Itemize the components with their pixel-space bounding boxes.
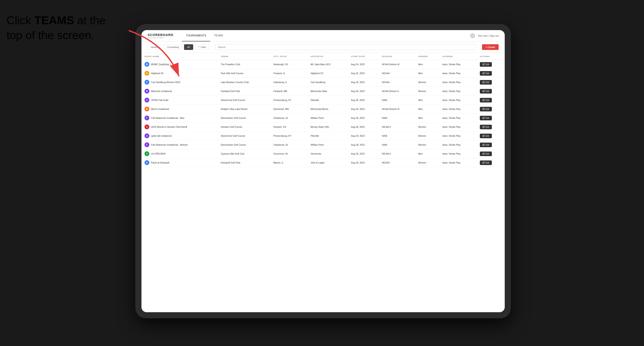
start-date-cell: Aug 28, 2023 bbox=[348, 105, 379, 114]
event-name-cell: M Maverick Invitational bbox=[142, 87, 218, 96]
logo-area: SCOREBOARD Powered by clippit bbox=[148, 33, 173, 39]
table-row: U UPIKE Fall Invite StoneCrest Golf Cour… bbox=[142, 96, 505, 105]
event-name-cell: M MSMC Qualifying 1 bbox=[142, 60, 218, 69]
edit-button[interactable]: Edit bbox=[480, 62, 492, 67]
edit-icon bbox=[482, 63, 485, 65]
scoring-cell: team, Stroke Play bbox=[440, 149, 477, 158]
edit-button[interactable]: Edit bbox=[480, 143, 492, 147]
search-input[interactable] bbox=[215, 44, 476, 50]
city-state-cell: Prestonsburg, KY bbox=[270, 132, 308, 140]
team-icon: 2 bbox=[144, 125, 149, 129]
edit-icon bbox=[482, 117, 485, 119]
gear-icon[interactable] bbox=[470, 33, 475, 38]
event-name-cell: F Fall Statesmen Invitational - Women bbox=[142, 140, 218, 149]
edit-button[interactable]: Edit bbox=[480, 107, 492, 111]
instruction-line2: top of the screen. bbox=[6, 29, 94, 41]
hosted-by-cell: Highland CC bbox=[308, 69, 348, 78]
edit-icon bbox=[482, 90, 485, 92]
venue-cell: The Powelton Club bbox=[218, 60, 270, 69]
actions-cell: Edit bbox=[477, 87, 505, 96]
col-city-state: CITY, STATE bbox=[270, 53, 308, 60]
scoring-cell: team, Stroke Play bbox=[440, 132, 477, 140]
nav-link-teams[interactable]: TEAMS bbox=[210, 30, 227, 41]
start-date-cell: Aug 28, 2023 bbox=[348, 114, 379, 123]
team-icon: V bbox=[144, 151, 149, 156]
start-date-cell: Aug 28, 2023 bbox=[348, 123, 379, 132]
edit-button[interactable]: Edit bbox=[480, 161, 492, 165]
team-icon: H bbox=[144, 71, 149, 76]
edit-button[interactable]: Edit bbox=[480, 80, 492, 85]
team-icon: K bbox=[144, 160, 149, 165]
gender-cell: Women bbox=[415, 78, 440, 87]
edit-button[interactable]: Edit bbox=[480, 98, 492, 102]
gender-cell: Men bbox=[415, 69, 440, 78]
event-name: upike fall invitational bbox=[151, 135, 172, 137]
edit-button[interactable]: Edit bbox=[480, 134, 492, 138]
scoring-cell: team, Stroke Play bbox=[440, 123, 477, 132]
event-name-cell: H Highland 36 bbox=[142, 69, 218, 78]
instruction-line1: Click TEAMS at the bbox=[6, 14, 106, 27]
team-icon: M bbox=[144, 89, 149, 94]
scoring-cell: team, Stroke Play bbox=[440, 60, 477, 69]
division-cell: NICAA I bbox=[379, 69, 416, 78]
gender-cell: Men bbox=[415, 96, 440, 105]
nav-link-tournaments[interactable]: TOURNAMENTS bbox=[182, 30, 210, 41]
table-row: H Highland 36 Park Hills Golf Course Fre… bbox=[142, 69, 505, 78]
hosted-by-cell: Pikeville bbox=[308, 132, 348, 140]
gender-cell: Men bbox=[415, 149, 440, 158]
venue-cell: Hesston Golf Course bbox=[218, 123, 270, 132]
event-name-cell: U upike fall invitational bbox=[142, 132, 218, 140]
edit-button[interactable]: Edit bbox=[480, 116, 492, 120]
edit-button[interactable]: Edit bbox=[480, 89, 492, 94]
edit-icon bbox=[482, 126, 485, 128]
filter-button[interactable]: Filter bbox=[195, 44, 209, 50]
start-date-cell: Aug 28, 2023 bbox=[348, 87, 379, 96]
edit-button[interactable]: Edit bbox=[480, 71, 492, 76]
hosting-button[interactable]: Hosting bbox=[148, 44, 162, 50]
edit-icon bbox=[482, 162, 485, 164]
hosted-by-cell: Minnesota State bbox=[308, 87, 348, 96]
city-state-cell: Faribault, MN bbox=[270, 87, 308, 96]
table-row: M Morris Invitational Ruttger's Bay Lake… bbox=[142, 105, 505, 114]
event-name: MSMC Qualifying 1 bbox=[151, 63, 171, 66]
gender-cell: Women bbox=[415, 123, 440, 132]
hosted-by-cell: Vincennes bbox=[308, 149, 348, 158]
table-row: 2 2023 Women's Hesston Fall Kickoff Hess… bbox=[142, 123, 505, 132]
gender-cell: Men bbox=[415, 60, 440, 69]
table-row: F Fall Statesmen Invitational - Men Edmu… bbox=[142, 114, 505, 123]
city-state-cell: Deerwood, MN bbox=[270, 105, 308, 114]
division-cell: NICAA II bbox=[379, 149, 416, 158]
competing-button[interactable]: Competing bbox=[164, 44, 182, 50]
gender-cell: Women bbox=[415, 140, 440, 149]
table-row: K Klash at Kokopelli Kokopelli Golf Club… bbox=[142, 158, 505, 167]
event-name: Fall Statesmen Invitational - Women bbox=[151, 144, 188, 146]
start-date-cell: Aug 26, 2023 bbox=[348, 78, 379, 87]
col-event-name: EVENT NAME bbox=[142, 53, 218, 60]
create-button[interactable]: + Create bbox=[482, 44, 498, 50]
actions-cell: Edit bbox=[477, 96, 505, 105]
event-name: UPIKE Fall Invite bbox=[151, 99, 168, 101]
city-state-cell: Freeport, IL bbox=[270, 69, 308, 78]
start-date-cell: Aug 28, 2023 bbox=[348, 158, 379, 167]
table-container: EVENT NAME VENUE CITY, STATE HOSTED BY S… bbox=[142, 53, 505, 312]
actions-cell: Edit bbox=[477, 140, 505, 149]
gender-cell: Women bbox=[415, 158, 440, 167]
edit-button[interactable]: Edit bbox=[480, 152, 492, 156]
gender-cell: Men bbox=[415, 114, 440, 123]
team-icon: U bbox=[144, 98, 149, 102]
table-row: V VU PREVIEW Cypress Hills Golf Club Vin… bbox=[142, 149, 505, 158]
city-state-cell: Oskaloosa, IA bbox=[270, 140, 308, 149]
division-cell: NICAA I bbox=[379, 158, 416, 167]
all-button[interactable]: All bbox=[184, 44, 193, 50]
svg-point-1 bbox=[472, 35, 473, 36]
city-state-cell: Vincennes, IN bbox=[270, 149, 308, 158]
filter-icon bbox=[198, 46, 200, 48]
table-row: F Fall Statesmen Invitational - Women Ed… bbox=[142, 140, 505, 149]
city-state-cell: Newburgh, NY bbox=[270, 60, 308, 69]
team-icon: F bbox=[144, 142, 149, 147]
nav-right: Test User | Sign out bbox=[470, 33, 498, 38]
signout-link[interactable]: Sign out bbox=[490, 34, 498, 37]
edit-button[interactable]: Edit bbox=[480, 125, 492, 129]
division-cell: NCAA Division II bbox=[379, 87, 416, 96]
gender-cell: Women bbox=[415, 132, 440, 140]
